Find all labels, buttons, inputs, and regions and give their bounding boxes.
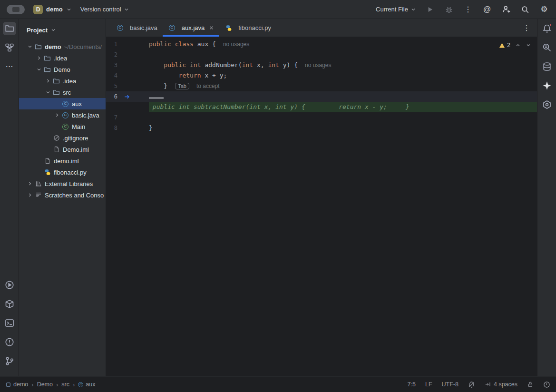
code-line[interactable]: 3 public int addNumber(int x, int y) {no… [106,60,537,70]
run-configuration-selector[interactable]: Current File [376,6,416,13]
indent-widget[interactable]: 4 spaces [485,381,517,388]
tree-item-idea[interactable]: .idea [19,52,106,64]
next-problem-icon[interactable] [526,42,531,48]
tree-item-external-libraries[interactable]: External Libraries [19,178,106,189]
project-panel-header[interactable]: Project [19,19,106,41]
find-tool-icon[interactable] [540,41,554,54]
chevron-down-icon[interactable] [44,88,52,96]
python-icon [224,24,233,32]
line-separator-widget[interactable]: LF [425,381,432,388]
code-line[interactable]: 4 return x + y; [106,70,537,81]
code-line[interactable]: 2 [106,49,537,60]
prev-problem-icon[interactable] [515,42,521,48]
chevron-right-icon[interactable] [35,54,43,62]
code-line[interactable]: 7 [106,112,537,123]
terminal-tool-icon[interactable] [3,316,16,330]
breadcrumb-folder[interactable]: Demo [37,381,53,388]
tree-item-demo-iml[interactable]: Demo.iml [19,144,106,155]
vcs-widget[interactable]: Version control [80,6,129,13]
chevron-down-icon[interactable] [35,66,43,73]
inline-completion-line[interactable]: public int subtractNumber(int x, int y) … [106,102,537,112]
code-with-me-icon[interactable] [501,4,511,15]
breadcrumb-file[interactable]: C aux [78,381,95,388]
class-icon: C [168,24,176,32]
more-vertical-icon[interactable]: ⋮ [523,24,530,32]
tree-item-idea-nested[interactable]: .idea [19,75,106,87]
tree-item-fibonacci-py[interactable]: fibonacci.py [19,167,106,178]
editor-area: C basic.java C aux.java fibonacci.py [106,19,537,376]
settings-icon[interactable]: ⚙ [539,4,549,15]
search-icon[interactable] [520,4,530,15]
ai-assistant-icon[interactable] [540,79,554,92]
window-controls-icon [12,7,20,12]
services-tool-icon[interactable] [3,297,16,311]
inspection-widget[interactable]: 2 [499,40,531,50]
code-line[interactable]: 1 public class aux {no usages [106,39,537,49]
tree-item-src[interactable]: src [19,87,106,98]
status-bar: demo › Demo › src › C aux 7:5 LF UTF-8 [0,376,556,392]
chevron-down-icon[interactable] [26,43,34,50]
inspections-status-icon[interactable] [543,381,550,388]
tree-item-gitignore[interactable]: .gitignore [19,132,106,144]
tree-item-main[interactable]: C Main [19,121,106,132]
code-editor[interactable]: 2 1 public class aux {no usages 2 3 publ… [106,37,537,376]
tree-item-aux[interactable]: C aux [19,98,106,109]
code-line-current[interactable]: 6 [106,91,537,102]
title-bar: D demo Version control Current File [0,0,556,19]
notifications-muted-icon[interactable] [468,381,475,388]
folder-icon [34,43,42,50]
indent-icon [485,381,491,388]
module-file-icon [43,157,51,165]
inlay-hint: no usages [223,41,249,48]
tree-item-demo-root[interactable]: demo ~/Documents/ [19,41,106,52]
close-icon[interactable] [209,25,214,30]
breadcrumb-folder[interactable]: src [61,381,69,388]
run-configuration-label: Current File [376,6,408,13]
libraries-icon [34,180,42,187]
vcs-label: Version control [80,6,121,13]
plugin-tool-icon[interactable] [540,98,554,111]
tree-item-demo-folder[interactable]: Demo [19,64,106,75]
python-icon [43,168,51,176]
class-icon: C [61,123,69,130]
folder-icon [52,77,60,85]
database-tool-icon[interactable] [540,60,554,73]
problems-tool-icon[interactable] [3,335,16,349]
debug-icon[interactable] [444,4,454,15]
tree-item-scratches[interactable]: Scratches and Conso [19,189,106,201]
code-line[interactable]: 8 } [106,123,537,133]
chevron-right-icon[interactable] [26,180,34,187]
caret-position-widget[interactable]: 7:5 [408,381,416,388]
more-vertical-icon[interactable]: ⋮ [463,4,473,15]
tab-key-hint: Tab [175,83,189,89]
window-controls-pill[interactable] [7,5,25,14]
chevron-right-icon[interactable] [53,111,61,119]
notifications-icon[interactable] [540,22,554,35]
tree-item-basic-java[interactable]: C basic.java [19,109,106,121]
version-control-tool-icon[interactable] [3,354,16,368]
encoding-widget[interactable]: UTF-8 [442,381,458,388]
tab-basic-java[interactable]: C basic.java [111,19,163,37]
warnings-indicator[interactable]: 2 [499,40,510,50]
more-tool-windows-icon[interactable]: ⋯ [3,60,16,73]
mention-icon[interactable]: @ [482,4,492,15]
chevron-right-icon[interactable] [26,191,34,199]
tab-fibonacci-py[interactable]: fibonacci.py [219,19,276,37]
right-tool-strip [537,19,556,376]
inlay-hint: no usages [305,62,331,69]
tree-item-demo-iml-root[interactable]: demo.iml [19,155,106,167]
structure-tool-icon[interactable] [3,41,16,54]
ignored-file-icon [52,134,60,142]
breadcrumb-project[interactable]: demo [6,381,28,388]
project-tool-icon[interactable] [3,22,16,35]
run-icon[interactable] [425,4,435,15]
lock-icon[interactable] [527,381,534,388]
code-line[interactable]: 5 }Tabto accept [106,81,537,91]
project-widget[interactable]: D demo [33,5,72,14]
folder-icon [52,88,60,96]
chevron-down-icon [410,7,416,12]
run-tool-icon[interactable] [3,278,16,292]
editor-tab-bar: C basic.java C aux.java fibonacci.py [106,19,537,37]
tab-aux-java[interactable]: C aux.java [163,19,219,37]
chevron-right-icon[interactable] [44,77,52,85]
